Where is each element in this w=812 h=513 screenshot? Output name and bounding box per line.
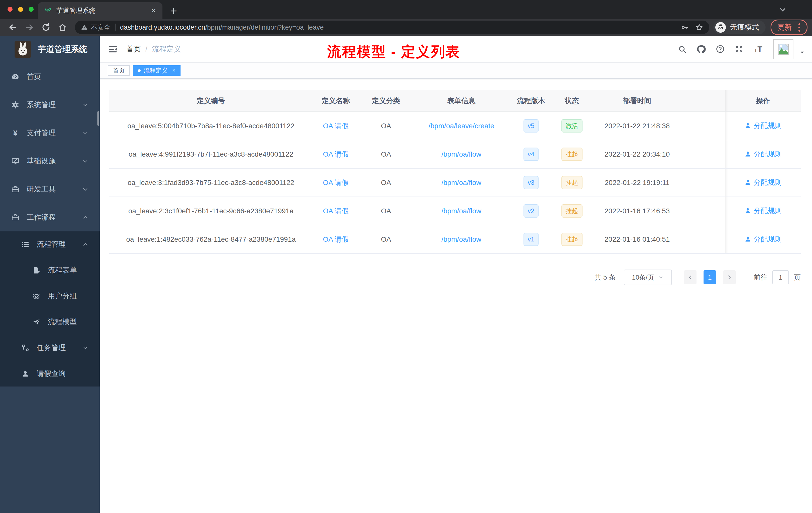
warning-icon[interactable] (81, 24, 88, 31)
security-label[interactable]: 不安全 (91, 23, 111, 32)
browser-tab[interactable]: 芋道管理系统 × (38, 2, 163, 19)
definition-name-link[interactable]: OA 请假 (323, 150, 349, 158)
sidebar-item-workflow[interactable]: 工作流程 (0, 203, 100, 232)
tag-label: 流程定义 (144, 66, 168, 74)
hamburger-icon[interactable] (108, 44, 118, 54)
help-icon[interactable] (716, 44, 725, 54)
status-badge: 挂起 (561, 233, 582, 246)
assign-rule-button[interactable]: 分配规则 (745, 206, 782, 216)
app-title: 芋道管理系统 (38, 44, 87, 55)
assign-rule-button[interactable]: 分配规则 (745, 178, 782, 187)
cell-deploy-time: 2022-01-16 01:40:51 (591, 225, 683, 253)
cell-actions: 分配规则 (725, 169, 801, 197)
version-badge: v3 (523, 176, 539, 189)
form-info-link[interactable]: /bpm/oa/flow (441, 150, 481, 158)
seedling-favicon-icon (44, 7, 52, 14)
table-header-row: 定义编号 定义名称 定义分类 表单信息 流程版本 状态 部署时间 操作 (109, 90, 801, 112)
home-icon[interactable] (58, 23, 67, 32)
new-tab-button[interactable]: + (170, 4, 177, 18)
window-maximize-button[interactable] (29, 7, 34, 12)
assign-rule-button[interactable]: 分配规则 (745, 234, 782, 244)
definition-name-link[interactable]: OA 请假 (323, 235, 349, 243)
user-avatar[interactable] (773, 39, 793, 59)
back-icon[interactable] (8, 23, 18, 32)
definition-name-link[interactable]: OA 请假 (323, 122, 349, 130)
github-icon[interactable] (696, 44, 706, 54)
assign-rule-label: 分配规则 (754, 206, 782, 216)
table-row: oa_leave:1:482ec033-762a-11ec-8477-a2380… (109, 225, 801, 253)
sidebar-item-label: 首页 (27, 72, 41, 82)
chevron-down-icon (658, 275, 664, 280)
status-badge: 挂起 (561, 176, 582, 189)
assign-rule-button[interactable]: 分配规则 (745, 121, 782, 130)
list-icon (21, 240, 30, 249)
browser-menu-icon[interactable] (797, 23, 802, 32)
url-bar[interactable]: 不安全 dashboard.yudao.iocoder.cn/bpm/manag… (75, 21, 709, 34)
form-info-link[interactable]: /bpm/oa/leave/create (429, 122, 494, 130)
form-info-link[interactable]: /bpm/oa/flow (441, 179, 481, 186)
font-size-icon[interactable]: TT (753, 44, 764, 54)
sidebar-item-process-management[interactable]: 流程管理 (0, 232, 100, 257)
sidebar-item-infrastructure[interactable]: 基础设施 (0, 147, 100, 175)
svg-text:T: T (754, 48, 757, 53)
avatar-caret-down-icon[interactable] (800, 50, 805, 55)
sidebar-item-payment[interactable]: ¥支付管理 (0, 119, 100, 147)
table-row: oa_leave:3:1fad3d93-7b75-11ec-a3c8-acde4… (109, 169, 801, 197)
tab-close-icon[interactable]: × (151, 6, 156, 14)
pagination: 共 5 条 10条/页 1 前 (109, 270, 801, 285)
password-key-icon[interactable] (681, 23, 689, 31)
forward-icon[interactable] (25, 23, 34, 32)
window-controls[interactable] (7, 7, 34, 12)
bookmark-star-icon[interactable] (695, 23, 703, 31)
screen: 芋道管理系统 × + 不安全 dashboard.yudao.iocoder.c… (0, 0, 812, 513)
svg-text:¥: ¥ (13, 129, 18, 137)
cell-filler (683, 112, 725, 140)
sidebar-item-system[interactable]: 系统管理 (0, 91, 100, 119)
sidebar-item-label: 工作流程 (27, 212, 56, 222)
cell-deploy-time: 2022-01-22 21:48:38 (591, 112, 683, 140)
sidebar-item-process-form[interactable]: 流程表单 (0, 257, 100, 283)
assign-rule-button[interactable]: 分配规则 (745, 149, 782, 159)
definition-name-link[interactable]: OA 请假 (323, 179, 349, 186)
page-size-select[interactable]: 10条/页 (624, 270, 672, 285)
url-path: /bpm/manager/definition?key=oa_leave (205, 24, 324, 31)
cell-deploy-time: 2022-01-22 20:34:10 (591, 140, 683, 169)
page-number-1[interactable]: 1 (703, 270, 716, 284)
sidebar-item-label: 支付管理 (27, 128, 56, 138)
sidebar-item-label: 请假查询 (37, 369, 66, 379)
form-info-link[interactable]: /bpm/oa/flow (441, 207, 481, 215)
sidebar-item-dev-tools[interactable]: 研发工具 (0, 175, 100, 203)
page-jump-input[interactable] (772, 270, 789, 284)
cell-deploy-time: 2022-01-16 17:46:53 (591, 197, 683, 225)
window-minimize-button[interactable] (18, 7, 23, 12)
cell-category: OA (359, 169, 413, 197)
window-close-button[interactable] (7, 7, 12, 12)
tag-item[interactable]: 首页 (108, 65, 130, 76)
col-definition-id: 定义编号 (109, 90, 313, 112)
sidebar-item-home[interactable]: 首页 (0, 63, 100, 91)
sidebar-item-user-group[interactable]: 用户分组 (0, 283, 100, 309)
breadcrumb-home[interactable]: 首页 (126, 44, 141, 54)
update-label[interactable]: 更新 (777, 22, 792, 32)
prev-page-button[interactable] (684, 270, 696, 284)
reload-icon[interactable] (41, 23, 51, 32)
col-definition-category: 定义分类 (359, 90, 413, 112)
tag-active[interactable]: 流程定义× (133, 65, 180, 76)
next-page-button[interactable] (723, 270, 736, 284)
breadcrumb-current: 流程定义 (152, 44, 181, 54)
cell-actions: 分配规则 (725, 140, 801, 169)
sidebar-logo[interactable]: 芋道管理系统 (0, 36, 100, 63)
status-badge: 挂起 (561, 204, 582, 218)
browser-update-button[interactable]: 更新 (771, 20, 808, 35)
sidebar-item-task-management[interactable]: 任务管理 (0, 335, 100, 361)
cell-category: OA (359, 197, 413, 225)
search-icon[interactable] (678, 45, 687, 54)
definition-name-link[interactable]: OA 请假 (323, 207, 349, 215)
sidebar-item-leave-query[interactable]: 请假查询 (0, 361, 100, 387)
tag-close-icon[interactable]: × (172, 67, 175, 74)
tab-search-chevron-icon[interactable] (778, 5, 787, 14)
fullscreen-icon[interactable] (734, 44, 744, 54)
sidebar-scrollbar[interactable] (97, 111, 99, 126)
sidebar-item-process-model[interactable]: 流程模型 (0, 309, 100, 335)
form-info-link[interactable]: /bpm/oa/flow (441, 235, 481, 243)
